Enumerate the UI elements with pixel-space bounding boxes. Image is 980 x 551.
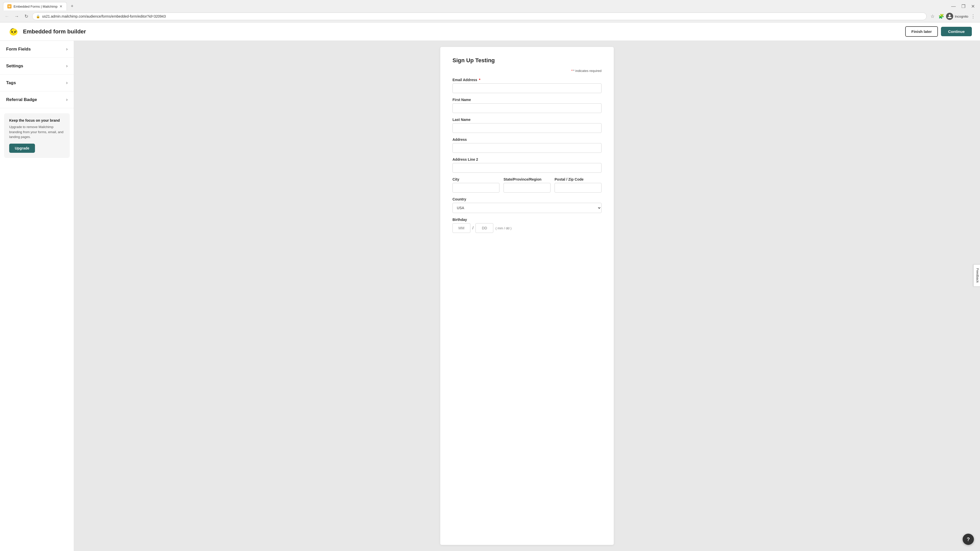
sidebar-item-settings[interactable]: Settings ›	[0, 58, 74, 75]
menu-button[interactable]: ⋮	[969, 13, 977, 20]
main-content: Form Fields › Settings › Tags › Referral…	[0, 41, 980, 551]
sidebar: Form Fields › Settings › Tags › Referral…	[0, 41, 74, 551]
email-label: Email Address *	[452, 78, 601, 82]
reload-button[interactable]: ↻	[22, 13, 30, 20]
form-card: Sign Up Testing ** indicates required Em…	[440, 47, 614, 545]
last-name-input[interactable]	[452, 123, 601, 133]
browser-tab[interactable]: M Embedded Forms | Mailchimp ✕	[3, 2, 67, 11]
sidebar-item-form-fields-label: Form Fields	[6, 47, 30, 52]
app-title: Embedded form builder	[23, 28, 86, 35]
feedback-tab[interactable]: Feedback	[974, 264, 980, 286]
minimize-button[interactable]: —	[949, 3, 958, 10]
finish-later-button[interactable]: Finish later	[905, 26, 938, 37]
email-field-group: Email Address *	[452, 78, 601, 93]
city-state-zip-row: City State/Province/Region Postal / Zip …	[452, 177, 601, 197]
email-input[interactable]	[452, 83, 601, 93]
upgrade-card-description: Upgrade to remove Mailchimp branding fro…	[9, 124, 65, 140]
back-button[interactable]: ←	[3, 13, 11, 20]
chevron-right-icon-tags: ›	[66, 80, 68, 86]
form-preview-area: Sign Up Testing ** indicates required Em…	[74, 41, 980, 551]
lock-icon: 🔒	[36, 14, 40, 18]
continue-button[interactable]: Continue	[941, 27, 972, 36]
address2-field-group: Address Line 2	[452, 157, 601, 173]
upgrade-card-title: Keep the focus on your brand	[9, 118, 65, 122]
extension-button[interactable]: 🧩	[937, 13, 945, 20]
state-input[interactable]	[504, 183, 550, 192]
bookmark-star-button[interactable]: ☆	[929, 13, 936, 20]
birthday-field-group: Birthday / ( mm / dd )	[452, 218, 601, 233]
birthday-dd-input[interactable]	[476, 223, 493, 233]
first-name-input[interactable]	[452, 103, 601, 113]
zip-field-group: Postal / Zip Code	[555, 177, 601, 192]
new-tab-button[interactable]: +	[68, 3, 76, 10]
address-input[interactable]	[452, 143, 601, 153]
tab-title: Embedded Forms | Mailchimp	[14, 5, 57, 8]
toolbar-actions: ☆ 🧩 Incognito ⋮	[929, 13, 977, 20]
incognito-avatar	[946, 13, 953, 20]
birthday-mm-input[interactable]	[452, 223, 470, 233]
country-select[interactable]: USA Canada United Kingdom	[452, 203, 601, 213]
upgrade-button[interactable]: Upgrade	[9, 144, 35, 153]
url-input[interactable]	[42, 14, 923, 18]
zip-input[interactable]	[555, 183, 601, 192]
last-name-label: Last Name	[452, 118, 601, 122]
restore-button[interactable]: ❐	[959, 3, 967, 10]
first-name-field-group: First Name	[452, 98, 601, 113]
state-field-group: State/Province/Region	[504, 177, 550, 192]
sidebar-item-tags[interactable]: Tags ›	[0, 75, 74, 91]
sidebar-item-referral-badge-label: Referral Badge	[6, 97, 37, 102]
required-star-icon: *	[571, 69, 573, 73]
sidebar-item-settings-label: Settings	[6, 64, 23, 68]
mailchimp-logo	[8, 26, 19, 37]
forward-button[interactable]: →	[13, 13, 21, 20]
state-label: State/Province/Region	[504, 177, 550, 181]
city-field-group: City	[452, 177, 500, 192]
chevron-right-icon-referral-badge: ›	[66, 97, 68, 102]
form-title: Sign Up Testing	[452, 57, 601, 64]
last-name-field-group: Last Name	[452, 118, 601, 133]
email-required-star: *	[479, 78, 480, 82]
address-bar[interactable]: 🔒	[32, 13, 927, 20]
city-input[interactable]	[452, 183, 500, 192]
chevron-right-icon-settings: ›	[66, 63, 68, 68]
app-header: Embedded form builder Finish later Conti…	[0, 22, 980, 41]
address2-label: Address Line 2	[452, 157, 601, 162]
sidebar-item-referral-badge[interactable]: Referral Badge ›	[0, 91, 74, 108]
required-note: ** indicates required	[452, 69, 601, 73]
birthday-hint: ( mm / dd )	[495, 226, 511, 230]
country-field-group: Country USA Canada United Kingdom	[452, 197, 601, 213]
header-actions: Finish later Continue	[905, 26, 972, 37]
sidebar-item-form-fields[interactable]: Form Fields ›	[0, 41, 74, 58]
browser-toolbar: ← → ↻ 🔒 ☆ 🧩 Incognito ⋮	[0, 11, 980, 22]
sidebar-item-tags-label: Tags	[6, 80, 16, 86]
country-label: Country	[452, 197, 601, 201]
zip-label: Postal / Zip Code	[555, 177, 601, 181]
address2-input[interactable]	[452, 163, 601, 173]
browser-chrome: M Embedded Forms | Mailchimp ✕ + — ❐ ✕ ←…	[0, 0, 980, 22]
incognito-label: Incognito	[955, 14, 968, 18]
city-label: City	[452, 177, 500, 181]
address-label: Address	[452, 138, 601, 141]
tab-close-button[interactable]: ✕	[59, 4, 62, 8]
tab-favicon: M	[7, 4, 11, 8]
app-container: Embedded form builder Finish later Conti…	[0, 22, 980, 551]
birthday-label: Birthday	[452, 218, 601, 222]
first-name-label: First Name	[452, 98, 601, 102]
upgrade-card: Keep the focus on your brand Upgrade to …	[4, 113, 70, 158]
birthday-row: / ( mm / dd )	[452, 223, 601, 233]
chevron-right-icon-form-fields: ›	[66, 46, 68, 52]
address-field-group: Address	[452, 138, 601, 153]
birthday-slash: /	[473, 226, 473, 230]
window-controls: — ❐ ✕	[949, 3, 977, 10]
incognito-badge: Incognito	[946, 13, 968, 20]
help-button[interactable]: ?	[963, 534, 974, 545]
close-button[interactable]: ✕	[969, 3, 977, 10]
